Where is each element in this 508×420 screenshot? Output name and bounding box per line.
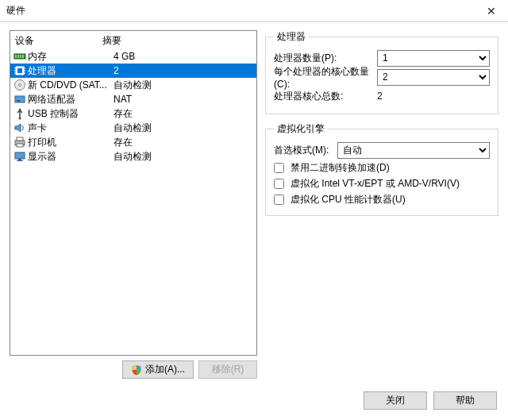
device-list: 设备 摘要 内存4 GB处理器2新 CD/DVD (SAT...自动检测网络适配… [10,30,257,356]
virt-mode-select[interactable]: 自动 [337,142,490,159]
device-name: 声卡 [28,121,114,135]
device-summary: 自动检测 [114,121,256,135]
proc-total-label: 处理器核心总数: [274,90,377,103]
help-button-label: 帮助 [456,394,475,407]
device-list-header: 设备 摘要 [10,31,256,49]
add-button-label: 添加(A)... [145,363,185,376]
device-row[interactable]: 网络适配器NAT [10,92,256,106]
close-icon[interactable]: ✕ [475,0,508,22]
device-name: USB 控制器 [28,107,114,121]
virtualization-group: 虚拟化引擎 首选模式(M): 自动 禁用二进制转换加速(D) 虚拟化 Intel… [265,122,498,216]
right-panel: 处理器 处理器数量(P): 1 每个处理器的核心数量(C): 2 处理器核 [265,30,498,379]
add-button[interactable]: 添加(A)... [122,360,194,379]
device-summary: 2 [114,65,256,76]
device-rows: 内存4 GB处理器2新 CD/DVD (SAT...自动检测网络适配器NATUS… [10,49,256,355]
close-button[interactable]: 关闭 [364,391,427,410]
processor-group-title: 处理器 [274,30,309,44]
device-summary: 自动检测 [114,79,256,92]
cb-disable-binary-input[interactable] [274,163,284,173]
header-summary: 摘要 [102,34,252,48]
device-row[interactable]: 内存4 GB [10,49,256,64]
cb-perfcounter-label: 虚拟化 CPU 性能计数器(U) [291,193,406,206]
display-icon [13,150,26,163]
sound-icon [13,121,26,134]
svg-rect-1 [15,55,17,58]
svg-rect-23 [18,159,21,160]
svg-rect-21 [17,144,23,147]
svg-rect-16 [17,100,20,102]
svg-rect-20 [17,137,23,141]
device-row[interactable]: 打印机存在 [10,135,256,149]
svg-rect-22 [15,152,25,159]
nic-icon [13,93,26,106]
device-summary: NAT [114,94,256,105]
left-panel: 设备 摘要 内存4 GB处理器2新 CD/DVD (SAT...自动检测网络适配… [10,30,257,379]
cb-perfcounter[interactable]: 虚拟化 CPU 性能计数器(U) [274,191,490,207]
proc-cores-select[interactable]: 2 [377,69,490,86]
cb-vtx[interactable]: 虚拟化 Intel VT-x/EPT 或 AMD-V/RVI(V) [274,175,490,191]
remove-button-label: 移除(R) [212,363,244,376]
cd-icon [13,79,26,91]
device-row[interactable]: 处理器2 [10,64,256,78]
proc-count-label: 处理器数量(P): [274,52,377,65]
cb-disable-binary[interactable]: 禁用二进制转换加速(D) [274,160,490,175]
device-name: 显示器 [28,150,114,164]
device-name: 新 CD/DVD (SAT... [28,79,114,92]
cb-vtx-input[interactable] [274,179,284,189]
device-name: 处理器 [28,64,114,78]
svg-point-18 [19,109,21,110]
device-summary: 存在 [114,136,256,149]
device-row[interactable]: 新 CD/DVD (SAT...自动检测 [10,78,256,92]
device-summary: 存在 [114,107,256,121]
processor-group: 处理器 处理器数量(P): 1 每个处理器的核心数量(C): 2 处理器核 [265,30,498,114]
virt-mode-label: 首选模式(M): [274,144,337,157]
help-button[interactable]: 帮助 [433,391,497,410]
window-title: 硬件 [6,4,25,17]
content-area: 设备 摘要 内存4 GB处理器2新 CD/DVD (SAT...自动检测网络适配… [0,22,508,385]
svg-point-14 [19,84,21,87]
proc-total-value: 2 [377,91,490,102]
device-summary: 4 GB [114,51,256,62]
cpu-icon [13,64,26,77]
proc-count-select[interactable]: 1 [377,50,490,67]
device-row[interactable]: 声卡自动检测 [10,121,256,135]
remove-button: 移除(R) [198,360,257,379]
device-name: 网络适配器 [28,93,114,106]
printer-icon [13,136,26,148]
device-name: 内存 [28,50,114,64]
cb-vtx-label: 虚拟化 Intel VT-x/EPT 或 AMD-V/RVI(V) [291,177,460,191]
usb-icon [13,107,26,120]
footer: 关闭 帮助 [0,385,508,420]
virt-group-title: 虚拟化引擎 [274,122,328,136]
cb-disable-binary-label: 禁用二进制转换加速(D) [291,161,390,175]
device-row[interactable]: USB 控制器存在 [10,106,256,121]
device-summary: 自动检测 [114,150,256,164]
svg-rect-4 [22,55,24,58]
titlebar: 硬件 ✕ [0,0,508,22]
cb-perfcounter-input[interactable] [274,195,284,205]
svg-rect-3 [20,55,21,58]
svg-rect-24 [17,160,23,161]
device-row[interactable]: 显示器自动检测 [10,149,256,164]
shield-icon [131,364,142,376]
header-device: 设备 [15,34,102,48]
close-button-label: 关闭 [386,394,405,407]
svg-point-17 [19,118,21,120]
svg-rect-2 [17,55,19,58]
memory-icon [13,50,26,63]
proc-cores-label: 每个处理器的核心数量(C): [274,65,377,90]
svg-rect-6 [17,68,22,73]
left-buttons: 添加(A)... 移除(R) [10,356,257,379]
device-name: 打印机 [28,136,114,149]
